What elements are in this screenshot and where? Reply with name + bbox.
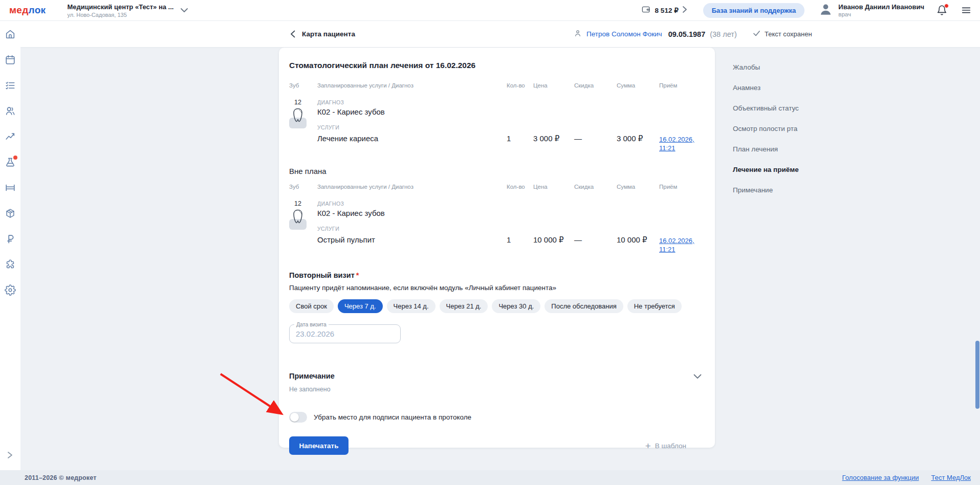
balance-widget[interactable]: 8 512 ₽ <box>641 5 687 16</box>
nav-item-anamnesis[interactable]: Анамнез <box>733 84 799 92</box>
chip-in-30-days[interactable]: Через 30 д. <box>492 299 540 313</box>
app-root: медлок Медицинский центр «Тест» на ... у… <box>0 0 980 485</box>
treatment-card: Стоматологический план лечения от 16.02.… <box>279 48 715 448</box>
protocol-section-nav: Жалобы Анамнез Объективный статус Осмотр… <box>733 63 799 207</box>
column-header: Зуб <box>289 70 317 91</box>
out-of-plan-table: Зуб Запланированные услуги / Диагноз Кол… <box>289 175 705 254</box>
tooth-number: 12 <box>294 200 301 207</box>
topbar-right: 8 512 ₽ База знаний и поддержка Иванов Д… <box>641 3 980 18</box>
column-header: Приём <box>659 175 704 192</box>
home-icon[interactable] <box>5 29 16 40</box>
column-header: Запланированные услуги / Диагноз <box>317 70 507 91</box>
tasks-checklist-icon[interactable] <box>5 80 16 91</box>
chip-in-21-days[interactable]: Через 21 д. <box>440 299 488 313</box>
tooth-icon[interactable] <box>289 208 307 230</box>
medlok-logo[interactable]: медлок <box>9 5 46 16</box>
clinic-selector[interactable]: Медицинский центр «Тест» на ... ул. Ново… <box>67 3 188 18</box>
sub-header: Карта пациента Петров Соломон Фокич 09.0… <box>20 21 980 47</box>
plan-table: Зуб Запланированные услуги / Диагноз Кол… <box>289 70 705 152</box>
patient-name-link[interactable]: Петров Соломон Фокич <box>586 30 662 38</box>
save-status: Текст сохранен <box>753 21 812 47</box>
service-name: Острый пульпит <box>317 232 507 254</box>
column-header: Скидка <box>574 70 617 91</box>
wallet-icon <box>641 5 651 16</box>
visit-date-link[interactable]: 16.02.2026, <box>659 236 694 245</box>
price-value: 3 000 ₽ <box>533 130 574 152</box>
note-title: Примечание <box>289 372 335 380</box>
sidebar-expand-chevron-icon[interactable] <box>7 451 13 461</box>
chip-in-14-days[interactable]: Через 14 д. <box>387 299 435 313</box>
add-to-template-label: В шаблон <box>655 442 686 450</box>
logo-part-blue: лок <box>29 5 46 15</box>
diagnosis-label: ДИАГНОЗ <box>317 91 704 105</box>
column-header: Цена <box>533 70 574 91</box>
lab-flask-icon[interactable] <box>5 157 16 168</box>
integrations-puzzle-icon[interactable] <box>5 259 16 270</box>
logo-part-red: мед <box>9 5 29 15</box>
avatar[interactable] <box>819 3 833 18</box>
diagnosis-value: К02 - Кариес зубов <box>317 207 704 217</box>
qty-value: 1 <box>507 232 533 254</box>
footer: 2011–2026 © медрокет Голосование за функ… <box>0 470 980 485</box>
nav-item-note[interactable]: Примечание <box>733 186 799 194</box>
lab-alert-dot <box>13 156 17 160</box>
notifications-bell-icon[interactable] <box>937 5 947 16</box>
visit-cell: 16.02.2026, 11:21 <box>659 232 704 254</box>
nav-item-complaints[interactable]: Жалобы <box>733 63 799 71</box>
column-header: Сумма <box>617 70 659 91</box>
add-to-template-button[interactable]: + В шаблон <box>645 441 686 451</box>
patient-group: Петров Соломон Фокич 09.05.1987 (38 лет) <box>574 21 737 47</box>
column-header: Кол-во <box>507 175 533 192</box>
chip-custom-date[interactable]: Свой срок <box>289 299 334 313</box>
note-chevron-down-icon[interactable] <box>693 372 702 380</box>
visit-date-link[interactable]: 16.02.2026, <box>659 135 694 144</box>
user-block[interactable]: Иванов Даниил Иванович врач <box>838 3 924 17</box>
nav-item-objective-status[interactable]: Объективный статус <box>733 104 799 112</box>
print-button[interactable]: Напечатать <box>289 436 349 455</box>
save-status-text: Текст сохранен <box>765 30 812 38</box>
settings-gear-icon[interactable] <box>5 284 16 296</box>
feature-voting-link[interactable]: Голосование за функции <box>842 474 919 481</box>
inventory-box-icon[interactable] <box>5 208 16 219</box>
required-asterisk: * <box>356 271 359 279</box>
visit-date-input[interactable]: Дата визита 23.02.2026 <box>289 324 401 343</box>
visit-time-link[interactable]: 11:21 <box>659 144 676 152</box>
patients-icon[interactable] <box>5 105 16 117</box>
qty-value: 1 <box>507 130 533 152</box>
revisit-chip-group: Свой срок Через 7 д. Через 14 д. Через 2… <box>289 299 705 313</box>
menu-burger-icon[interactable] <box>961 5 972 16</box>
nav-item-treatment-on-visit[interactable]: Лечение на приёме <box>733 166 799 173</box>
revisit-title: Повторный визит <box>289 271 355 279</box>
back-chevron-icon[interactable] <box>290 30 295 38</box>
test-medlok-link[interactable]: Тест МедЛок <box>931 474 971 481</box>
service-name: Лечение кариеса <box>317 130 507 152</box>
column-header: Приём <box>659 70 704 91</box>
chip-not-required[interactable]: Не требуется <box>627 299 682 313</box>
note-empty-value: Не заполнено <box>289 386 705 393</box>
nav-item-oral-exam[interactable]: Осмотр полости рта <box>733 125 799 133</box>
chip-in-7-days[interactable]: Через 7 д. <box>338 299 383 313</box>
nav-item-treatment-plan[interactable]: План лечения <box>733 145 799 153</box>
column-header: Скидка <box>574 175 617 192</box>
tooth-icon[interactable] <box>289 107 307 128</box>
hospital-bed-icon[interactable] <box>5 182 16 193</box>
billing-ruble-icon[interactable] <box>5 233 16 245</box>
tooth-number: 12 <box>294 99 301 106</box>
vertical-scrollbar-thumb[interactable] <box>975 341 979 409</box>
calendar-icon[interactable] <box>5 54 16 65</box>
discount-value: — <box>574 130 617 152</box>
copyright-text: 2011–2026 © медрокет <box>25 474 97 481</box>
services-label: УСЛУГИ <box>317 116 704 130</box>
knowledge-base-button[interactable]: База знаний и поддержка <box>703 3 805 18</box>
signature-toggle[interactable] <box>289 412 307 423</box>
left-icon-rail <box>0 21 20 470</box>
chip-after-examination[interactable]: После обследования <box>545 299 623 313</box>
out-of-plan-title: Вне плана <box>289 167 705 175</box>
patient-age: (38 лет) <box>710 30 737 38</box>
patient-person-icon <box>574 29 582 39</box>
visit-time-link[interactable]: 11:21 <box>659 245 676 254</box>
chevron-right-icon <box>683 6 687 14</box>
analytics-icon[interactable] <box>5 131 16 142</box>
column-header: Сумма <box>617 175 659 192</box>
discount-value: — <box>574 232 617 254</box>
